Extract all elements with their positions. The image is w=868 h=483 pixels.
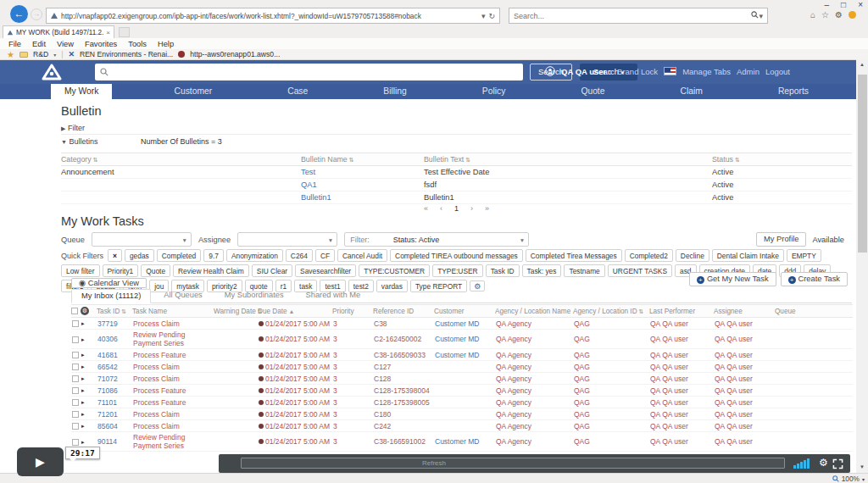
- bulletin-column-header[interactable]: Bulletin Name⇅: [301, 153, 424, 165]
- get-my-new-task-button[interactable]: +Get My New Task: [689, 272, 776, 286]
- task-name-link[interactable]: Process Claim: [132, 362, 214, 372]
- quick-filter-chip[interactable]: Anonymization: [226, 249, 283, 262]
- menu-item[interactable]: View: [57, 40, 74, 48]
- menu-item[interactable]: Tools: [128, 40, 147, 48]
- row-expand-icon[interactable]: ▸: [81, 320, 85, 326]
- inbox-tab[interactable]: My Subordinates: [215, 289, 293, 303]
- task-name-link[interactable]: Process Claim: [132, 409, 214, 419]
- browser-back-button[interactable]: ←: [10, 5, 28, 23]
- task-column-header[interactable]: Due Date▲: [258, 308, 332, 315]
- home-icon[interactable]: ⌂: [810, 10, 815, 19]
- favorites-star-icon[interactable]: ☆: [821, 10, 829, 19]
- task-id-link[interactable]: 66542: [97, 362, 132, 372]
- tab-close-icon[interactable]: ×: [106, 29, 110, 36]
- row-expand-icon[interactable]: ▸: [81, 352, 85, 358]
- customer-link[interactable]: [434, 414, 495, 415]
- row-checkbox[interactable]: [72, 387, 79, 394]
- quick-filter-chip[interactable]: Task: yes: [522, 264, 562, 277]
- row-expand-icon[interactable]: ▸: [81, 336, 85, 342]
- nav-tab[interactable]: Reports: [765, 84, 822, 99]
- new-tab-button[interactable]: [119, 27, 130, 37]
- nav-tab[interactable]: Claim: [667, 84, 716, 99]
- row-checkbox[interactable]: [72, 423, 79, 430]
- menu-item[interactable]: Favorites: [85, 40, 117, 48]
- quick-filter-chip[interactable]: Cancel Audit: [337, 249, 387, 262]
- scrollbar-thumb[interactable]: [858, 75, 867, 253]
- task-id-link[interactable]: 71201: [97, 409, 132, 419]
- task-name-link[interactable]: Process Claim: [132, 374, 214, 384]
- customer-link[interactable]: [434, 402, 495, 403]
- customer-link[interactable]: [434, 390, 495, 391]
- nav-tab[interactable]: Billing: [370, 84, 420, 99]
- row-expand-icon[interactable]: ▸: [81, 387, 85, 393]
- address-bar[interactable]: http://vnapfapp02.exigengroup.com/ipb-ap…: [46, 8, 500, 24]
- task-column-header[interactable]: Assignee: [714, 308, 775, 315]
- nav-tab[interactable]: Customer: [161, 84, 226, 99]
- quick-filter-chip[interactable]: C264: [286, 249, 313, 262]
- task-column-header[interactable]: Warning Date⇅: [214, 308, 258, 315]
- favorites-bar-star-icon[interactable]: ★: [7, 50, 14, 59]
- calendar-view-button[interactable]: ◉ Calendar View: [71, 278, 147, 288]
- inbox-tab[interactable]: Shared with Me: [297, 289, 370, 303]
- task-id-link[interactable]: 85604: [97, 421, 132, 431]
- bulletin-column-header[interactable]: Status⇅: [712, 153, 852, 165]
- nav-tab[interactable]: Policy: [469, 84, 519, 99]
- quick-filter-chip[interactable]: 9.7: [203, 249, 224, 262]
- quick-filter-chip[interactable]: TYPE:CUSTOMER: [359, 264, 430, 277]
- task-column-header[interactable]: Task Name: [132, 308, 214, 315]
- task-id-link[interactable]: 40306: [97, 334, 132, 344]
- row-expand-icon[interactable]: ▸: [81, 411, 85, 417]
- search-caret-icon[interactable]: ▾: [759, 12, 763, 20]
- close-button[interactable]: ×: [858, 0, 863, 9]
- assignee-select[interactable]: ▼: [237, 232, 337, 247]
- zoom-caret-icon[interactable]: ▾: [862, 476, 865, 482]
- task-column-header[interactable]: Priority: [332, 308, 373, 315]
- nav-tab[interactable]: My Work: [51, 84, 112, 99]
- task-id-link[interactable]: 41681: [97, 350, 132, 360]
- nav-tab[interactable]: Quote: [567, 84, 618, 99]
- browser-search-box[interactable]: ▾: [509, 8, 768, 24]
- column-settings-gear-icon[interactable]: ⚙: [81, 307, 89, 315]
- nav-tab[interactable]: Case: [274, 84, 321, 99]
- task-column-header[interactable]: Reference ID: [373, 308, 434, 315]
- video-seek-bar[interactable]: [241, 458, 785, 469]
- zoom-control[interactable]: 100% ▾: [832, 475, 865, 483]
- task-name-link[interactable]: Process Claim: [132, 319, 214, 329]
- task-column-header[interactable]: Agency / Location ID⇅: [573, 308, 649, 315]
- inbox-tab[interactable]: My Inbox (11112): [71, 289, 151, 303]
- row-checkbox[interactable]: [72, 439, 79, 446]
- quick-filter-chip[interactable]: Dental Claim Intake: [712, 249, 784, 262]
- browser-forward-button[interactable]: →: [31, 8, 42, 20]
- row-checkbox[interactable]: [72, 375, 79, 382]
- bulletins-toggle[interactable]: ▼ Bulletins Number Of Bulletins = 3: [61, 137, 222, 146]
- url-text[interactable]: http://vnapfapp02.exigengroup.com/ipb-ap…: [61, 12, 478, 20]
- app-logo-icon[interactable]: [41, 63, 63, 81]
- queue-select[interactable]: ▼: [92, 232, 192, 247]
- my-profile-button[interactable]: My Profile: [756, 232, 806, 247]
- task-column-header[interactable]: Last Performer: [649, 308, 714, 315]
- task-name-link[interactable]: Process Feature: [132, 386, 214, 396]
- scroll-down-icon[interactable]: ▼: [856, 462, 868, 473]
- quick-filter-chip[interactable]: Completed: [157, 249, 202, 262]
- minimize-button[interactable]: –: [825, 0, 830, 9]
- customer-link[interactable]: [434, 425, 495, 427]
- customer-link[interactable]: [434, 366, 495, 368]
- quick-filter-chip[interactable]: URGENT TASKS: [608, 264, 672, 277]
- quick-filter-chip[interactable]: TYPE:USER: [432, 264, 482, 277]
- bulletin-column-header[interactable]: Bulletin Text⇅: [424, 153, 712, 165]
- user-name[interactable]: QA QA user :: [561, 67, 611, 76]
- refresh-icon[interactable]: ↻: [488, 12, 495, 20]
- row-expand-icon[interactable]: ▸: [81, 364, 85, 369]
- inbox-tab[interactable]: All Queues: [154, 289, 211, 303]
- bulletin-name-link[interactable]: Test: [301, 166, 424, 178]
- customer-link[interactable]: Customer MD: [434, 350, 495, 360]
- admin-link[interactable]: Admin: [737, 67, 760, 76]
- bulletin-name-link[interactable]: Bulletin1: [301, 192, 424, 203]
- row-checkbox[interactable]: [72, 364, 79, 370]
- row-expand-icon[interactable]: ▸: [81, 439, 85, 445]
- row-checkbox[interactable]: [72, 336, 79, 343]
- menu-item[interactable]: Edit: [32, 40, 46, 48]
- create-task-button[interactable]: +Create Task: [781, 272, 848, 286]
- maximize-button[interactable]: □: [841, 0, 846, 9]
- rd-caret-icon[interactable]: ▾: [53, 52, 56, 58]
